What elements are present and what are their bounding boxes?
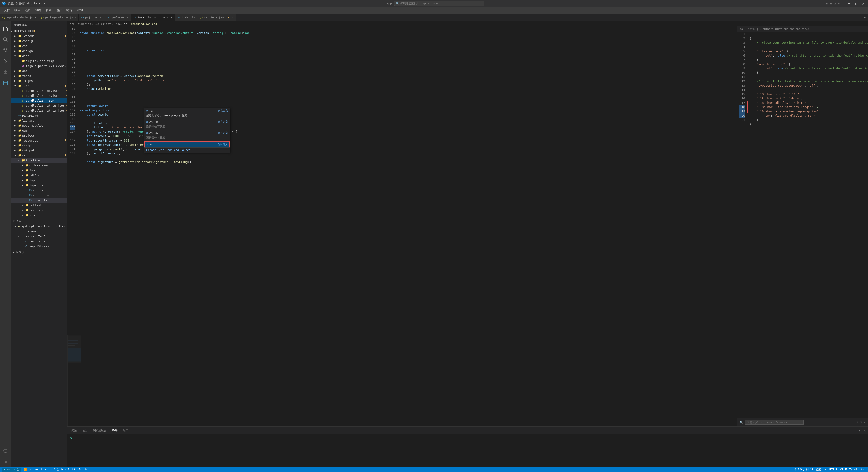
panel-close-btn[interactable]: ✕ (864, 429, 866, 432)
outline-item-getlsp[interactable]: ▼ ◆ getLspServerExecutionName (11, 224, 67, 229)
tree-item-recursive[interactable]: ▶ 📁 recursive (11, 208, 67, 213)
tree-item-images[interactable]: ▶ 📁 images (11, 78, 67, 83)
statusbar-line-ending[interactable]: CRLF (840, 468, 847, 471)
tab-age-json[interactable]: {} age.nls.zh-tw.json (0, 13, 38, 21)
command-palette[interactable]: 🔍 扩展开发主机1 digital-ide (394, 1, 485, 6)
menu-help[interactable]: 帮助 (75, 8, 85, 13)
tree-item-design[interactable]: ▶ 📁 design (11, 49, 67, 53)
tree-item-node-modules[interactable]: ▶ 📁 node_modules (11, 123, 67, 128)
autocomplete-item-zhcn[interactable]: ◎ zh-cn 前往定义 (145, 119, 230, 124)
statusbar-launchpad[interactable]: ⚙ Launchpad (30, 468, 48, 471)
find-close-btn[interactable]: ✕ (864, 420, 866, 424)
tab-prjinfo[interactable]: TS prjinfo.ts (79, 13, 104, 21)
tree-item-out[interactable]: ▶ 📁 out (11, 128, 67, 133)
statusbar-sync[interactable]: 🔀 (24, 468, 27, 471)
nav-back-btn[interactable]: ◀ (386, 2, 388, 5)
tree-root[interactable]: ▼ DIGITAL-IDE (11, 29, 67, 33)
tree-item-config[interactable]: ▶ 📁 config (11, 38, 67, 43)
tree-item-fsm[interactable]: ▶ 📁 fsm (11, 168, 67, 173)
tree-item-hdldoc[interactable]: ▶ 📁 hdlDoc (11, 173, 67, 178)
statusbar-encoding[interactable]: UTF-8 (829, 468, 837, 471)
tree-item-digital-ide-temp[interactable]: 📁 digital-ide-temp (11, 58, 67, 63)
bottom-tab-debug[interactable]: 调试控制台 (91, 428, 108, 433)
tree-item-bundle-json[interactable]: {} bundle.l10n.json U (11, 98, 67, 103)
bottom-tab-problems[interactable]: 问题 (70, 428, 79, 433)
tab-package-json[interactable]: {} package.nls.de.json (38, 13, 79, 21)
outline-item-recursive[interactable]: ⬡ recursive (11, 239, 67, 244)
tab-index-ts-main[interactable]: TS index.ts _lsp-client × (131, 13, 175, 21)
activity-settings[interactable] (0, 456, 11, 467)
tab-close-icon[interactable]: × (170, 15, 173, 19)
tree-item-function[interactable]: ▼ 📁 function (11, 158, 67, 163)
bottom-tab-output[interactable]: 输出 (81, 428, 90, 433)
panel-icon[interactable]: ⊠ (834, 2, 836, 5)
bottom-tab-terminal[interactable]: 终端 (110, 428, 119, 433)
tree-item-cdn-ts[interactable]: TS cdn.ts (11, 188, 67, 193)
activity-search[interactable] (0, 34, 11, 45)
code-content[interactable]: async function checkAndDownload(context:… (78, 27, 737, 335)
tree-item-index-ts[interactable]: TS index.ts (11, 197, 67, 202)
ac-link-zhcn[interactable]: 前往定义 (218, 120, 228, 123)
tree-item-library[interactable]: ▶ 📁 library (11, 118, 67, 123)
tree-item-bundle-zhtw[interactable]: {} bundle.l10n.zh-tw.json M (11, 108, 67, 113)
ac-link-ja[interactable]: 前往定义 (218, 109, 228, 112)
nav-forward-btn[interactable]: ▶ (390, 2, 392, 5)
tab-close-icon[interactable]: × (231, 15, 234, 19)
ac-link-zhtw[interactable]: 前往定义 (218, 131, 228, 134)
outline-item-osname[interactable]: ○ osname (11, 229, 67, 234)
activity-extensions[interactable] (0, 67, 11, 77)
settings-code-content[interactable]: { // Place your settings in this file to… (747, 32, 868, 418)
menu-edit[interactable]: 编辑 (13, 8, 22, 13)
timeline-header[interactable]: ▶ 时间线 (11, 250, 67, 255)
tree-item-l10n[interactable]: ▼ 📁 l10n (11, 83, 67, 88)
find-up-btn[interactable]: ∧ (857, 420, 858, 424)
tab-index-ts2[interactable]: TS index.ts (175, 13, 197, 21)
settings-find-input[interactable] (745, 420, 804, 424)
tree-item-script[interactable]: ▶ 📁 script (11, 143, 67, 148)
autocomplete-item-zhtw[interactable]: ◎ zh-tw 前往定义 (145, 130, 230, 135)
minimize-btn[interactable]: ─ (846, 1, 852, 6)
tab-settings-json[interactable]: {} settings.json × (197, 13, 236, 21)
statusbar-position[interactable]: 行 106, 列 28 (794, 468, 813, 472)
tree-item-readme[interactable]: MD README.md (11, 113, 67, 118)
outline-item-inputstream[interactable]: ⬡ inputStream (11, 244, 67, 249)
menu-file[interactable]: 文件 (2, 8, 12, 13)
autocomplete-dropdown[interactable]: ◎ ja 前往定义 最適なダウンロードソースを選択 ◎ zh-cn (144, 108, 230, 153)
autocomplete-item-ja[interactable]: ◎ ja 前往定义 (145, 108, 230, 113)
activity-explorer[interactable] (0, 23, 11, 34)
tree-item-bundle-zhcn[interactable]: {} bundle.l10n.zh-cn.json M (11, 103, 67, 108)
autocomplete-item-en[interactable]: ◎ en 前往定义 (145, 141, 230, 147)
tree-item-dist[interactable]: ▼ 📁 dist (11, 53, 67, 58)
tree-item-bundle-ja[interactable]: {} bundle.l10n.ja.json M (11, 93, 67, 98)
tab-opeparam[interactable]: TS opeParam.ts (104, 13, 131, 21)
more-icon[interactable]: ⋯ (838, 2, 840, 5)
tree-item-bundle-de[interactable]: {} bundle.l10n.de.json M (11, 88, 67, 93)
menu-view[interactable]: 查看 (33, 8, 43, 13)
outline-item-extract[interactable]: ▼ ○ extractTarGz (11, 234, 67, 239)
tree-item-dide-viewer[interactable]: ▶ 📁 dide-viewer (11, 163, 67, 168)
close-btn[interactable]: ✕ (861, 1, 866, 6)
tree-item-vsix[interactable]: VS fpga-support-0.4.0.vsix (11, 63, 67, 68)
tree-item-css[interactable]: ▶ 📁 css (11, 43, 67, 49)
tree-item-snippets[interactable]: ▶ 📁 snippets (11, 148, 67, 153)
activity-debug[interactable] (0, 56, 11, 67)
statusbar-errors[interactable]: ⚠ 0 ⓘ 0 ⚠ 0 (50, 468, 69, 472)
maximize-btn[interactable]: □ (854, 2, 859, 5)
activity-git[interactable] (0, 45, 11, 56)
autocomplete-footer[interactable]: Choose Best Download Source (145, 147, 230, 153)
find-down-btn[interactable]: ∨ (860, 420, 862, 424)
tree-item-fonts[interactable]: ▶ 📁 fonts (11, 73, 67, 78)
tree-item-lsp-client[interactable]: ▼ 📁 lsp-client (11, 183, 67, 188)
bottom-tab-ports[interactable]: 端口 (121, 428, 130, 433)
tree-item-sim[interactable]: ▶ 📁 sim (11, 213, 67, 217)
tree-item-config-ts[interactable]: TS config.ts (11, 193, 67, 197)
tree-item-doc[interactable]: ▶ 📁 doc (11, 68, 67, 73)
tree-item-src[interactable]: ▼ 📁 src (11, 153, 67, 158)
menu-run[interactable]: 运行 (54, 8, 64, 13)
ac-link-en[interactable]: 前往定义 (218, 143, 228, 146)
outline-header[interactable]: ▼ 大纲 (11, 219, 67, 224)
statusbar-language[interactable]: TypeScript (849, 468, 866, 471)
panel-split-btn[interactable]: ⊟ (858, 429, 860, 432)
activity-digital-ide[interactable] (0, 77, 11, 88)
tree-item-project[interactable]: ▶ 📁 project (11, 133, 67, 138)
